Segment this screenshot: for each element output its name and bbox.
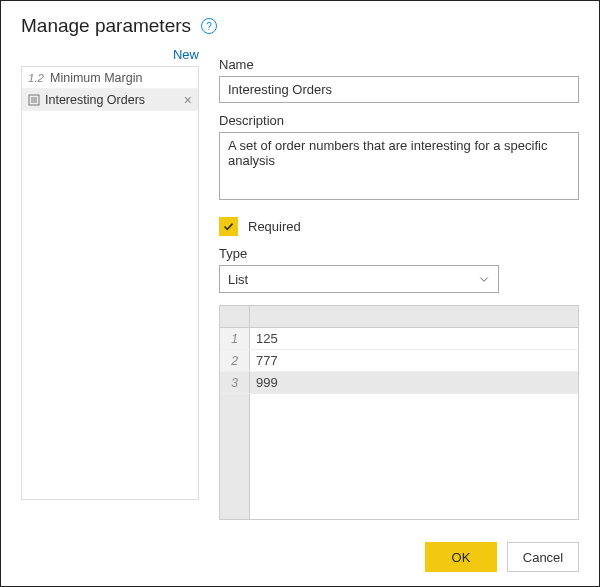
- parameter-list-item[interactable]: Interesting Orders×: [22, 89, 198, 111]
- row-value[interactable]: 125: [250, 328, 578, 349]
- type-value: List: [228, 272, 248, 287]
- close-icon[interactable]: ×: [182, 93, 194, 107]
- type-select[interactable]: List: [219, 265, 499, 293]
- row-value[interactable]: 999: [250, 372, 578, 393]
- row-index: 3: [220, 372, 250, 393]
- row-index: 1: [220, 328, 250, 349]
- checkmark-icon: [222, 220, 235, 233]
- parameter-sidebar: New 1.2Minimum MarginInteresting Orders×: [21, 45, 199, 520]
- new-parameter-link[interactable]: New: [21, 45, 199, 66]
- grid-header-value: [250, 306, 578, 327]
- dialog-footer: OK Cancel: [425, 542, 579, 572]
- parameter-form: Name Description Required Type List: [219, 45, 579, 520]
- description-input[interactable]: [219, 132, 579, 200]
- required-checkbox[interactable]: [219, 217, 238, 236]
- row-index: 2: [220, 350, 250, 371]
- grid-body: 112527773999: [220, 328, 578, 519]
- grid-header-index: [220, 306, 250, 327]
- description-label: Description: [219, 113, 579, 128]
- grid-header: [220, 306, 578, 328]
- dialog-content: New 1.2Minimum MarginInteresting Orders×…: [1, 45, 599, 520]
- ok-button[interactable]: OK: [425, 542, 497, 572]
- required-row: Required: [219, 217, 579, 236]
- page-title: Manage parameters: [21, 15, 191, 37]
- list-values-grid: 112527773999: [219, 305, 579, 520]
- parameter-list: 1.2Minimum MarginInteresting Orders×: [21, 66, 199, 500]
- help-icon[interactable]: ?: [201, 18, 217, 34]
- type-label: Type: [219, 246, 579, 261]
- table-row[interactable]: 3999: [220, 372, 578, 394]
- list-icon: [28, 94, 40, 106]
- table-row[interactable]: 2777: [220, 350, 578, 372]
- chevron-down-icon: [478, 273, 490, 285]
- table-row[interactable]: 1125: [220, 328, 578, 350]
- name-label: Name: [219, 57, 579, 72]
- grid-gutter: [220, 394, 250, 519]
- param-prefix: 1.2: [28, 72, 44, 84]
- row-value[interactable]: 777: [250, 350, 578, 371]
- required-label: Required: [248, 219, 301, 234]
- name-input[interactable]: [219, 76, 579, 103]
- cancel-button[interactable]: Cancel: [507, 542, 579, 572]
- parameter-label: Minimum Margin: [50, 71, 194, 85]
- parameter-list-item[interactable]: 1.2Minimum Margin: [22, 67, 198, 89]
- dialog-header: Manage parameters ?: [1, 1, 599, 45]
- parameter-label: Interesting Orders: [45, 93, 182, 107]
